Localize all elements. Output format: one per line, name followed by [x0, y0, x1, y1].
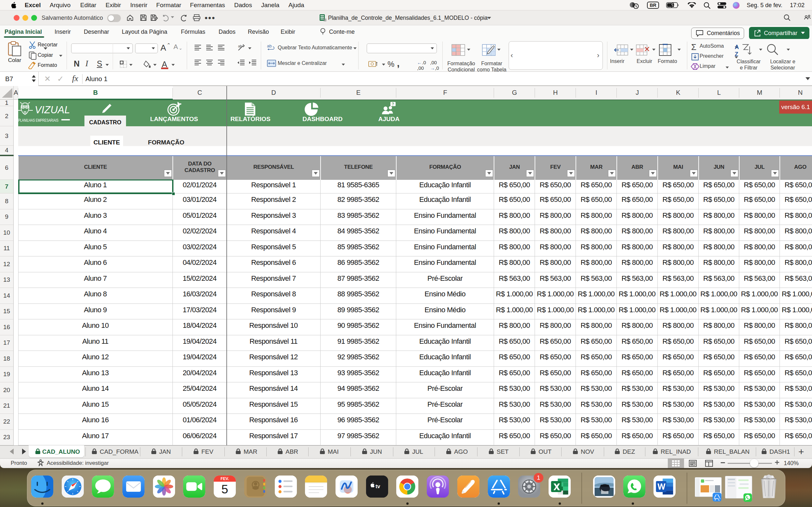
svg-text:ab: ab [238, 44, 242, 48]
svg-text:5: 5 [221, 482, 228, 496]
svg-text:?: ? [392, 102, 394, 107]
svg-text:FEV.: FEV. [220, 476, 229, 481]
svg-text:Z: Z [735, 51, 738, 57]
svg-text:tv: tv [375, 483, 380, 489]
svg-text:VIZUAL: VIZUAL [35, 104, 70, 116]
svg-text:ab: ab [267, 44, 271, 48]
svg-text:A: A [735, 44, 739, 50]
svg-text:PLANILHAS EMPRESARIAIS: PLANILHAS EMPRESARIAIS [18, 118, 58, 123]
